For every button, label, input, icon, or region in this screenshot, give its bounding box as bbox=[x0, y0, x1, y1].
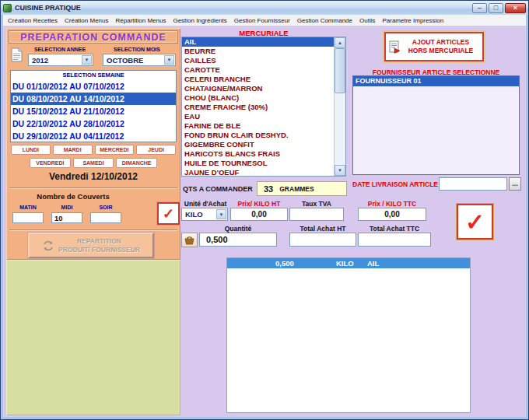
scroll-up-icon[interactable]: ▲ bbox=[335, 37, 345, 48]
mercuriale-list[interactable]: AIL BEURRE CAILLES CAROTTE CELERI BRANCH… bbox=[181, 37, 346, 177]
scroll-down-icon[interactable]: ▼ bbox=[335, 165, 345, 176]
prix-ttc-label: Prix / KILO TTC bbox=[358, 200, 426, 208]
quantite-label: Quantité bbox=[199, 225, 277, 233]
chevron-down-icon[interactable]: ▼ bbox=[164, 55, 174, 65]
matin-input[interactable] bbox=[12, 212, 44, 223]
samedi-button[interactable]: SAMEDI bbox=[73, 158, 114, 168]
total-ht-input[interactable] bbox=[289, 233, 356, 247]
mercuriale-item[interactable]: HARICOTS BLANCS FRAIS bbox=[182, 149, 334, 159]
prix-ht-label: Prix/ KILO HT bbox=[230, 200, 288, 208]
week-row[interactable]: DU 29/10/2012 AU 04/11/2012 bbox=[11, 130, 176, 142]
mercuriale-item[interactable]: JAUNE D'OEUF bbox=[182, 168, 334, 177]
prix-ht-input[interactable] bbox=[230, 208, 288, 221]
selection-annee-label: SELECTION ANNEE bbox=[23, 47, 96, 52]
couverts-label: Nombre de Couverts bbox=[11, 192, 135, 201]
total-ht-label: Total Achat HT bbox=[289, 225, 356, 233]
chevron-down-icon[interactable]: ▼ bbox=[82, 55, 92, 65]
mercuriale-item[interactable]: FOND BRUN CLAIR DESHYD. bbox=[182, 131, 334, 140]
page-title: PREPARATION COMMANDE bbox=[9, 30, 178, 44]
mercuriale-item[interactable]: FARINE DE BLE bbox=[182, 121, 334, 131]
window-title: CUISINE PRATIQUE bbox=[15, 4, 472, 12]
mercuriale-item[interactable]: CAROTTE bbox=[182, 65, 334, 75]
menu-gestion-ingredients[interactable]: Gestion Ingrédients bbox=[171, 16, 228, 25]
validate-order-button[interactable]: ✓ bbox=[457, 204, 493, 240]
basket-icon bbox=[184, 236, 194, 245]
date-livraison-input[interactable] bbox=[439, 177, 507, 191]
menu-outils[interactable]: Outils bbox=[358, 16, 377, 25]
validate-couverts-button[interactable]: ✓ bbox=[157, 202, 180, 225]
menu-gestion-commande[interactable]: Gestion Commande bbox=[296, 16, 354, 25]
annee-select[interactable]: 2012 ▼ bbox=[28, 54, 93, 66]
mercuriale-item[interactable]: CREME FRAICHE (30%) bbox=[182, 103, 334, 112]
divider bbox=[9, 187, 177, 189]
scrollbar[interactable]: ▲ ▼ bbox=[334, 37, 345, 176]
annee-value: 2012 bbox=[32, 56, 48, 65]
document-icon[interactable] bbox=[11, 47, 23, 65]
check-icon: ✓ bbox=[163, 205, 174, 222]
lundi-button[interactable]: LUNDI bbox=[11, 145, 51, 155]
unite-achat-select[interactable]: KILO ▼ bbox=[181, 208, 228, 221]
unite-achat-value: KILO bbox=[185, 210, 203, 219]
mercuriale-item[interactable]: CAILLES bbox=[182, 56, 334, 65]
repartition-icon bbox=[42, 240, 54, 252]
quantite-input[interactable] bbox=[199, 233, 277, 247]
mardi-button[interactable]: MARDI bbox=[53, 145, 93, 155]
chevron-down-icon[interactable]: ▼ bbox=[216, 209, 226, 219]
mercuriale-item[interactable]: HUILE DE TOURNESOL bbox=[182, 159, 334, 168]
soir-label: SOIR bbox=[90, 205, 121, 210]
menu-gestion-fournisseur[interactable]: Gestion Fournisseur bbox=[233, 16, 292, 25]
menu-creation-recettes[interactable]: Création Recettes bbox=[6, 16, 59, 25]
app-window: CUISINE PRATIQUE – □ × Création Recettes… bbox=[0, 0, 529, 420]
order-article: AIL bbox=[367, 258, 379, 268]
maximize-button[interactable]: □ bbox=[489, 3, 503, 13]
dimanche-button[interactable]: DIMANCHE bbox=[116, 158, 157, 168]
date-livraison-label: DATE LIVRAISON ARTICLE bbox=[352, 180, 438, 188]
day-buttons-row-1: LUNDI MARDI MERCREDI JEUDI bbox=[11, 145, 176, 155]
week-row[interactable]: DU 22/10/2012 AU 28/10/2012 bbox=[11, 117, 176, 130]
total-ttc-input[interactable] bbox=[358, 233, 431, 247]
mercredi-button[interactable]: MERCREDI bbox=[95, 145, 135, 155]
prix-ttc-input[interactable] bbox=[358, 208, 426, 221]
mercuriale-item[interactable]: GIGEMBRE CONFIT bbox=[182, 140, 334, 149]
day-buttons-row-2: VENDREDI SAMEDI DIMANCHE bbox=[30, 158, 157, 168]
close-button[interactable]: × bbox=[505, 3, 526, 13]
divider bbox=[9, 229, 177, 231]
selected-date-label: Vendredi 12/10/2012 bbox=[6, 171, 180, 182]
repartition-button[interactable]: REPARTITION PRODUIT/ FOURNISSEUR bbox=[28, 233, 154, 258]
mercuriale-item[interactable]: EAU bbox=[182, 112, 334, 121]
vendredi-button[interactable]: VENDREDI bbox=[30, 158, 71, 168]
order-row-selected[interactable]: 0,500 KILO AIL bbox=[227, 258, 470, 268]
week-row-selected[interactable]: DU 08/10/2012 AU 14/10/2012 bbox=[11, 93, 176, 105]
date-picker-button[interactable]: ... bbox=[509, 177, 521, 191]
app-icon bbox=[3, 4, 12, 12]
scroll-thumb[interactable] bbox=[335, 48, 345, 93]
fournisseur-row-selected[interactable]: FOURNUISSEUR 01 bbox=[353, 76, 519, 86]
qts-label: QTS A COMMANDER bbox=[183, 185, 256, 193]
selection-mois-label: SELECTION MOIS bbox=[98, 47, 176, 52]
week-row[interactable]: DU 15/10/2012 AU 21/10/2012 bbox=[11, 105, 176, 117]
week-row[interactable]: DU 01/10/2012 AU 07/10/2012 bbox=[11, 80, 176, 93]
mercuriale-item[interactable]: CHOU (BLANC) bbox=[182, 93, 334, 103]
menu-parametre-impression[interactable]: Parametre Impression bbox=[380, 16, 445, 25]
menu-creation-menus[interactable]: Création Menus bbox=[63, 16, 110, 25]
midi-input[interactable] bbox=[51, 212, 82, 223]
unite-achat-label: Unité d'Achat bbox=[181, 200, 229, 208]
taux-tva-input[interactable] bbox=[289, 208, 344, 221]
check-icon: ✓ bbox=[465, 208, 485, 236]
fournisseur-list[interactable]: FOURNUISSEUR 01 bbox=[352, 75, 520, 175]
menu-repartition-menus[interactable]: Répartition Menus bbox=[114, 16, 168, 25]
order-table[interactable]: 0,500 KILO AIL bbox=[226, 257, 471, 413]
titlebar[interactable]: CUISINE PRATIQUE – □ × bbox=[1, 1, 528, 15]
mois-select[interactable]: OCTOBRE ▼ bbox=[103, 54, 176, 66]
mercuriale-item[interactable]: CHATAIGNE/MARRON bbox=[182, 84, 334, 93]
soir-input[interactable] bbox=[90, 212, 121, 223]
week-list[interactable]: SELECTION SEMAINE DU 01/10/2012 AU 07/10… bbox=[10, 70, 177, 142]
jeudi-button[interactable]: JEUDI bbox=[136, 145, 176, 155]
basket-button[interactable] bbox=[181, 233, 198, 247]
mercuriale-item-selected[interactable]: AIL bbox=[182, 37, 334, 47]
mercuriale-item[interactable]: CELERI BRANCHE bbox=[182, 75, 334, 84]
ajout-articles-button[interactable]: AJOUT ARTICLES HORS MERCURIALE bbox=[384, 32, 484, 61]
mercuriale-item[interactable]: BEURRE bbox=[182, 47, 334, 56]
add-article-icon bbox=[388, 40, 401, 54]
minimize-button[interactable]: – bbox=[472, 3, 487, 13]
